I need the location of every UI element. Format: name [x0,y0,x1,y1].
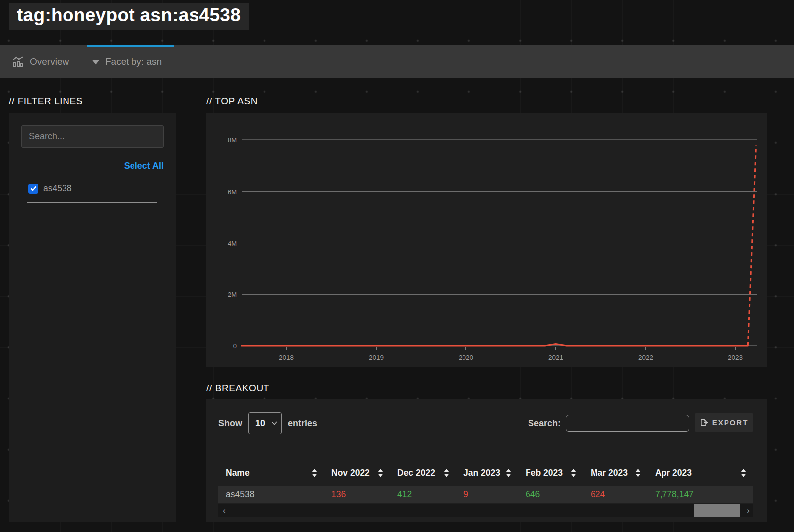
export-button[interactable]: EXPORT [695,413,753,432]
filter-lines-heading: // FILTER LINES [9,96,83,107]
value-cell: 136 [324,489,390,500]
show-label: Show [218,418,242,429]
column-label: Feb 2023 [526,468,563,478]
svg-text:2021: 2021 [548,354,563,361]
value-cell: 412 [390,489,456,500]
column-header-nov-2022[interactable]: Nov 2022 [324,468,390,478]
svg-text:8M: 8M [228,136,237,144]
sort-icon[interactable] [444,469,449,477]
export-icon [700,418,708,427]
column-header-dec-2022[interactable]: Dec 2022 [390,468,456,478]
svg-text:4M: 4M [228,240,237,247]
table-search-control: Search: [528,415,689,432]
svg-text:2018: 2018 [279,354,294,361]
table-body: as453813641296466247,778,147 [218,486,753,503]
table-search-input[interactable] [566,415,689,432]
page-size-select-input[interactable]: 10 [249,413,281,434]
svg-text:6M: 6M [228,188,237,196]
column-header-feb-2023[interactable]: Feb 2023 [518,468,583,478]
svg-text:2020: 2020 [459,354,473,361]
page-size-select[interactable]: 10 [248,412,282,434]
column-label: Jan 2023 [463,468,500,478]
sort-icon[interactable] [506,469,511,477]
svg-text:2022: 2022 [638,354,653,361]
svg-text:0: 0 [233,342,237,350]
column-label: Name [226,468,250,478]
filter-item-label: as4538 [43,183,71,194]
column-header-mar-2023[interactable]: Mar 2023 [583,468,648,478]
svg-text:2019: 2019 [369,354,384,361]
tab-overview-label: Overview [30,56,69,67]
sort-icon[interactable] [312,469,317,477]
filter-item-as4538[interactable]: as4538 [9,180,176,197]
top-asn-heading: // TOP ASN [206,96,258,107]
filter-items-list: as4538 [9,180,176,197]
entries-label: entries [288,418,317,429]
table-header-row: NameNov 2022Dec 2022Jan 2023Feb 2023Mar … [218,462,753,484]
scrollbar-thumb[interactable] [694,504,740,517]
export-label: EXPORT [712,418,749,427]
column-header-name[interactable]: Name [218,468,324,478]
check-icon [30,186,37,191]
table-search-label: Search: [528,418,561,429]
top-asn-chart[interactable]: 02M4M6M8M201820192020202120222023 [206,113,767,367]
svg-text:2M: 2M [228,291,237,298]
column-label: Dec 2022 [397,468,435,478]
value-cell: 9 [456,489,518,500]
facet-dropdown-icon [92,59,100,65]
column-header-apr-2023[interactable]: Apr 2023 [648,468,753,478]
bar-line-chart-icon [12,56,24,67]
checkbox-as4538[interactable] [28,184,38,194]
value-cell: 646 [518,489,583,500]
tab-bar: Overview Facet by: asn [0,45,794,78]
row-name-cell: as4538 [218,489,324,500]
breakout-heading: // BREAKOUT [206,383,269,394]
column-label: Apr 2023 [655,468,692,478]
sort-icon[interactable] [635,469,641,477]
table-row-as4538[interactable]: as453813641296466247,778,147 [218,486,753,503]
filter-divider [27,202,157,203]
horizontal-scrollbar[interactable]: ‹ › [218,504,753,517]
scroll-right-arrow-icon[interactable]: › [747,504,750,517]
breakout-panel: Show 10 entries Search: EXPORT NameNov 2… [206,399,767,522]
filter-lines-panel: Select All as4538 [9,113,176,522]
value-cell: 7,778,147 [648,489,753,500]
page-size-control: Show 10 entries [218,412,317,434]
tab-overview[interactable]: Overview [12,45,69,78]
column-label: Mar 2023 [591,468,628,478]
value-cell: 624 [583,489,648,500]
column-label: Nov 2022 [331,468,370,478]
scroll-left-arrow-icon[interactable]: ‹ [223,504,226,517]
sort-icon[interactable] [741,469,746,477]
column-header-jan-2023[interactable]: Jan 2023 [456,468,518,478]
breakout-table: NameNov 2022Dec 2022Jan 2023Feb 2023Mar … [218,462,753,503]
svg-text:2023: 2023 [728,354,743,361]
top-asn-panel: 02M4M6M8M201820192020202120222023 [206,113,767,367]
tab-facet-label: Facet by: asn [105,56,162,67]
select-all-link[interactable]: Select All [124,161,164,171]
sort-icon[interactable] [571,469,576,477]
page-title: tag:honeypot asn:as4538 [9,3,249,30]
filter-search-input[interactable] [21,125,164,148]
sort-icon[interactable] [378,469,383,477]
tab-facet-by-asn[interactable]: Facet by: asn [92,45,162,78]
